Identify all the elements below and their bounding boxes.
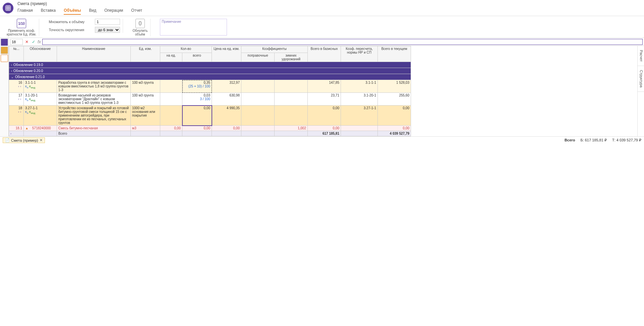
col-coef: Коэффициенты: [241, 46, 308, 53]
cancel-icon[interactable]: ✕: [24, 39, 30, 45]
menu-view[interactable]: Вид: [89, 7, 96, 15]
col-recalc: Коэф. пересчета, нормы НР и СП: [341, 46, 378, 62]
group-row[interactable]: ⌄Обновление 0.21.0: [9, 74, 411, 80]
formula-input[interactable]: [42, 39, 643, 45]
doc-tab-icon: 📄: [5, 138, 10, 142]
left-sidebar: [0, 38, 9, 136]
document-title: Смета (пример): [17, 1, 142, 6]
menu-operations[interactable]: Операции: [104, 7, 123, 15]
sidebar-btn-2[interactable]: [1, 47, 8, 54]
multiplier-input[interactable]: [95, 19, 120, 25]
document-tab[interactable]: 📄 Смета (пример) ✕: [3, 137, 45, 143]
estimate-table: №... Обоснование Наименование Ед. изм. К…: [9, 46, 411, 136]
grid-area: №... Обоснование Наименование Ед. изм. К…: [9, 46, 637, 136]
sidebar-btn-1[interactable]: [1, 39, 8, 46]
header: Смета (пример) Главная Вставка Объёмы Ви…: [0, 0, 644, 16]
close-icon[interactable]: ✕: [40, 138, 43, 142]
note-box[interactable]: Примечание: [160, 19, 227, 36]
right-sidebar: Расчет Структура: [637, 46, 644, 136]
zero-volume-button[interactable]: 0 Обнулить объём: [132, 19, 148, 36]
formula-bar: ✕ ✓ fx: [9, 38, 644, 46]
group-row[interactable]: ›Обновление 0.19.0: [9, 62, 411, 68]
status-bar: 📄 Смета (пример) ✕ Всего Б: 617 185,81 ₽…: [0, 136, 644, 144]
right-tab-calc[interactable]: Расчет: [638, 46, 644, 66]
col-price: Цена на ед. изм.: [212, 46, 241, 62]
col-total-curr: Всего в текущем: [378, 46, 411, 62]
function-icon[interactable]: fx: [38, 39, 41, 44]
apply-coef-button[interactable]: 1/10 Применить коэф. кратности Ед. Изм.: [7, 19, 36, 36]
right-tab-struct[interactable]: Структура: [638, 66, 644, 92]
rounding-select[interactable]: до 6 знаков: [95, 27, 120, 33]
confirm-icon[interactable]: ✓: [31, 39, 36, 45]
status-base: Б: 617 185,81 ₽: [580, 138, 606, 142]
menu-main[interactable]: Главная: [17, 7, 33, 15]
warning-icon: ▲: [25, 126, 28, 130]
table-row[interactable]: 16›› 3.1-1-1Кп Кинд Разработка грунта в …: [9, 80, 411, 93]
col-total-base: Всего в базисных: [308, 46, 341, 62]
col-qty-total: всего: [182, 53, 212, 62]
group-row[interactable]: ›Обновление 0.20.0: [9, 68, 411, 74]
doc-tab-label: Смета (пример): [11, 138, 38, 142]
zero-label: Обнулить объём: [132, 29, 148, 36]
status-total-label: Всего: [565, 138, 575, 142]
col-num: №...: [9, 46, 24, 62]
menu-bar: Главная Вставка Объёмы Вид Операции Отче…: [17, 7, 142, 15]
table-row[interactable]: 18›› 3.27-1-1Кп Кинд Устройство основани…: [9, 106, 411, 126]
table-row[interactable]: 17›› 3.1-20-1Кп Кинд Возведение насыпей …: [9, 93, 411, 106]
col-coef-corr: поправочные: [241, 53, 275, 62]
menu-volumes[interactable]: Объёмы: [64, 7, 81, 15]
total-row: › Всего 617 185,81 4 039 527,79: [9, 131, 411, 136]
fraction-icon: 1/10: [17, 19, 26, 28]
col-unit: Ед. изм.: [131, 46, 160, 62]
status-curr: Т: 4 039 527,79 ₽: [612, 138, 641, 142]
multiplier-label: Множитель к объёму: [49, 20, 92, 24]
col-coef-winter: зимних удорожаний: [275, 53, 308, 62]
sidebar-btn-3[interactable]: [1, 55, 8, 62]
apply-coef-label: Применить коэф. кратности Ед. Изм.: [7, 29, 36, 36]
rounding-label: Точность округления: [49, 28, 92, 32]
menu-insert[interactable]: Вставка: [41, 7, 56, 15]
cell-reference-input[interactable]: [10, 39, 23, 45]
ribbon: 1/10 Применить коэф. кратности Ед. Изм. …: [0, 16, 644, 38]
col-qty: Кол-во: [160, 46, 212, 53]
col-name: Наименование: [57, 46, 131, 62]
error-row[interactable]: 18.1 ▲ 5718240000 Смесь битумно-песчаная…: [9, 126, 411, 131]
app-icon: [3, 3, 13, 13]
menu-report[interactable]: Отчет: [131, 7, 142, 15]
svg-rect-0: [6, 6, 10, 10]
col-basis: Обоснование: [24, 46, 57, 62]
zero-icon: 0: [135, 19, 145, 28]
col-qty-per: на ед.: [160, 53, 182, 62]
